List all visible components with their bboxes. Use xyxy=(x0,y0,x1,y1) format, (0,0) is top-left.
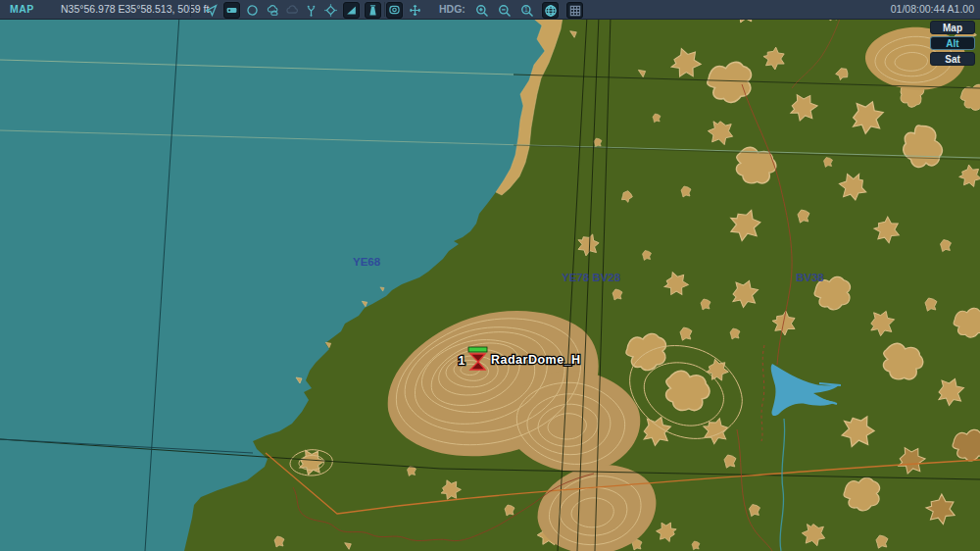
map-canvas[interactable]: YE68 YE78 BV28 BV38 1 RadarDome_H xyxy=(0,0,980,551)
beacon-column-icon[interactable] xyxy=(365,2,381,19)
svg-text:1: 1 xyxy=(523,6,527,13)
mission-clock: 01/08:00:44 A1.00 xyxy=(891,3,974,16)
dcs-f10-map-screen: YE68 YE78 BV28 BV38 1 RadarDome_H MAP N3… xyxy=(0,0,980,551)
zoom-reset-icon[interactable]: 1 xyxy=(519,3,534,18)
toolbar-separator xyxy=(190,2,191,17)
cursor-coordinates: N35°56.978 E35°58.513, 5059 ft xyxy=(61,3,209,16)
chat-bubble-icon[interactable] xyxy=(386,2,403,19)
map-mode-label: MAP xyxy=(10,3,34,16)
unit-health-bar xyxy=(468,347,487,352)
pan-cross-icon[interactable] xyxy=(408,3,422,18)
unit-count: 1 xyxy=(459,354,466,368)
toolbar-separator xyxy=(384,2,385,17)
layer-button-map[interactable]: Map xyxy=(930,21,975,34)
signal-wedge-icon[interactable] xyxy=(343,2,360,19)
layer-button-sat[interactable]: Sat xyxy=(930,52,975,66)
cursor-icon[interactable] xyxy=(204,3,219,18)
measure-tool-icon[interactable] xyxy=(223,2,240,19)
zoom-in-icon[interactable] xyxy=(474,3,489,18)
unit-name: RadarDome_H xyxy=(491,353,581,367)
grid-label-ye78bv28: YE78 BV28 xyxy=(562,272,621,283)
clouds-disabled-icon[interactable] xyxy=(284,3,299,18)
grid-icon[interactable] xyxy=(566,2,583,19)
globe-icon[interactable] xyxy=(542,2,559,19)
zoom-out-icon[interactable] xyxy=(497,3,512,18)
heading-label: HDG: xyxy=(439,3,466,16)
grid-label-bv38: BV38 xyxy=(796,272,824,283)
branch-routes-icon[interactable] xyxy=(304,3,318,18)
grid-label-ye68: YE68 xyxy=(353,256,381,268)
layer-button-group: Map Alt Sat xyxy=(930,21,975,66)
diamond-marker-icon[interactable] xyxy=(323,3,338,18)
range-circle-icon[interactable] xyxy=(245,3,260,18)
top-toolbar: MAP N35°56.978 E35°58.513, 5059 ft xyxy=(0,0,980,20)
layer-button-alt[interactable]: Alt xyxy=(930,36,975,50)
weather-clouds-icon[interactable] xyxy=(265,3,279,18)
